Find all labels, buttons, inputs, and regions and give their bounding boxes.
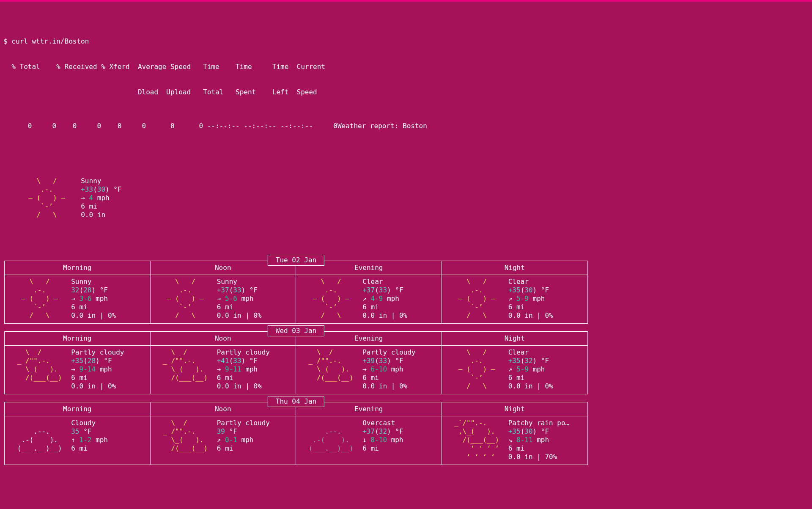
forecast-info: Partly cloudy 39 °F ↗ 0-1 mph 6 mi bbox=[217, 419, 270, 461]
sun-icon: \ / .-. ― ( ) ― `-’ / \ bbox=[450, 278, 503, 320]
rain-icon: _`/"".-. ,\_( ). /(___(__) ‘ ‘ ‘ ‘ ‘ ‘ ‘… bbox=[450, 419, 503, 461]
current-condition: Sunny bbox=[81, 177, 101, 185]
report-title: Weather report: Boston bbox=[337, 122, 427, 130]
forecast-cell: \ / .-. ― ( ) ― `-’ / \ Sunny +37(33) °F… bbox=[151, 275, 296, 323]
period-body-row: \ / .-. ― ( ) ― `-’ / \ Sunny 32(28) °F … bbox=[4, 275, 588, 324]
period-header: Morning bbox=[5, 261, 151, 275]
command-line: $ curl wttr.in/Boston bbox=[3, 37, 809, 46]
forecast-cell: \ / .-. ― ( ) ― `-’ / \ Clear +37(33) °F… bbox=[296, 275, 442, 323]
cloud-icon: .--. .-( ). (___.__)__) bbox=[13, 419, 66, 461]
day-box: Tue 02 JanMorningNoonEveningNight \ / .-… bbox=[4, 261, 588, 324]
forecast-info: Overcast +37(32) °F ↓ 8-10 mph 6 mi bbox=[362, 419, 403, 461]
forecast-cell: \ / _ /"".-. \_( ). /(___(__) Partly clo… bbox=[151, 416, 296, 465]
wind-unit: mph bbox=[97, 194, 110, 202]
period-body-row: \ / _ /"".-. \_( ). /(___(__) Partly clo… bbox=[4, 346, 588, 394]
forecast-info: Clear +35(32) °F ↗ 5-9 mph 6 mi 0.0 in |… bbox=[508, 348, 553, 391]
period-header: Night bbox=[442, 332, 588, 345]
period-header: Night bbox=[442, 402, 588, 416]
current-temp: +33 bbox=[81, 185, 93, 193]
curl-final-line: 100 8800 100 8800 0 0 32655 0 --:--:-- -… bbox=[3, 499, 809, 509]
forecast-cell: \ / .-. ― ( ) ― `-’ / \ Sunny 32(28) °F … bbox=[5, 275, 151, 323]
curl-header-2: Dload Upload Total Spent Left Speed bbox=[3, 88, 809, 96]
forecast-cell: .--. .-( ). (___.__)__) Cloudy 35 °F ↑ 1… bbox=[5, 416, 151, 465]
forecast-info: Patchy rain po… +35(30) °F ↘ 8-11 mph 6 … bbox=[508, 419, 570, 461]
sun-icon: \ / .-. ― ( ) ― `-’ / \ bbox=[450, 348, 503, 391]
forecast-info: Partly cloudy +41(33) °F → 9-11 mph 6 mi… bbox=[217, 348, 270, 391]
curl-progress-line: 0 0 0 0 0 0 0 0 --:--:-- --:--:-- --:--:… bbox=[3, 113, 809, 139]
current-feels: 30 bbox=[97, 185, 105, 193]
period-header: Morning bbox=[5, 332, 151, 345]
current-conditions: \ / .-. ― ( ) ― `-’ / \ Sunny +33(30) °F… bbox=[3, 173, 809, 219]
forecast-cell: \ / _ /"".-. \_( ). /(___(__) Partly clo… bbox=[5, 346, 151, 394]
period-body-row: .--. .-( ). (___.__)__) Cloudy 35 °F ↑ 1… bbox=[4, 416, 588, 465]
forecast-cell: \ / _ /"".-. \_( ). /(___(__) Partly clo… bbox=[296, 346, 442, 394]
current-precip: 0.0 in bbox=[81, 211, 105, 219]
sun-icon: \ / .-. ― ( ) ― `-’ / \ bbox=[13, 278, 66, 320]
forecast-info: Cloudy 35 °F ↑ 1-2 mph 6 mi bbox=[71, 419, 108, 461]
forecast-container: Tue 02 JanMorningNoonEveningNight \ / .-… bbox=[3, 261, 809, 465]
current-visibility: 6 mi bbox=[81, 202, 97, 210]
terminal[interactable]: $ curl wttr.in/Boston % Total % Received… bbox=[0, 2, 812, 509]
date-tab: Tue 02 Jan bbox=[268, 255, 324, 266]
period-header: Night bbox=[442, 261, 588, 275]
forecast-info: Sunny 32(28) °F → 3-6 mph 6 mi 0.0 in | … bbox=[71, 278, 116, 320]
forecast-cell: _`/"".-. ,\_( ). /(___(__) ‘ ‘ ‘ ‘ ‘ ‘ ‘… bbox=[442, 416, 588, 465]
partly-icon: \ / _ /"".-. \_( ). /(___(__) bbox=[159, 348, 212, 391]
forecast-cell: \ / .-. ― ( ) ― `-’ / \ Clear +35(30) °F… bbox=[442, 275, 588, 323]
day-box: Wed 03 JanMorningNoonEveningNight \ / _ … bbox=[4, 331, 588, 394]
partly-icon: \ / _ /"".-. \_( ). /(___(__) bbox=[13, 348, 66, 391]
forecast-info: Sunny +37(33) °F → 5-6 mph 6 mi 0.0 in |… bbox=[217, 278, 262, 320]
sun-icon: \ / .-. ― ( ) ― `-’ / \ bbox=[159, 278, 212, 320]
forecast-info: Clear +37(33) °F ↗ 4-9 mph 6 mi 0.0 in |… bbox=[362, 278, 407, 320]
partly-icon: \ / _ /"".-. \_( ). /(___(__) bbox=[159, 419, 212, 461]
overcast-icon: .--. .-( ). (___.__)__) bbox=[304, 419, 357, 461]
temp-unit: °F bbox=[113, 185, 121, 193]
sun-icon: \ / .-. ― ( ) ― `-’ / \ bbox=[20, 177, 73, 219]
date-tab: Thu 04 Jan bbox=[268, 396, 324, 407]
curl-header-1: % Total % Received % Xferd Average Speed… bbox=[3, 63, 809, 71]
forecast-info: Partly cloudy +35(28) °F → 9-14 mph 6 mi… bbox=[71, 348, 124, 391]
current-wind: 4 bbox=[89, 194, 93, 202]
current-info: Sunny +33(30) °F → 4 mph 6 mi 0.0 in bbox=[81, 177, 121, 219]
partly-icon: \ / _ /"".-. \_( ). /(___(__) bbox=[304, 348, 357, 391]
day-box: Thu 04 JanMorningNoonEveningNight .--. .… bbox=[4, 402, 588, 465]
forecast-cell: \ / .-. ― ( ) ― `-’ / \ Clear +35(32) °F… bbox=[442, 346, 588, 394]
wind-arrow-icon: → bbox=[81, 194, 85, 202]
curl-progress-0: 0 0 0 0 0 0 0 0 --:--:-- --:--:-- --:--:… bbox=[20, 122, 337, 130]
sun-icon: \ / .-. ― ( ) ― `-’ / \ bbox=[304, 278, 357, 320]
forecast-info: Partly cloudy +39(33) °F → 6-10 mph 6 mi… bbox=[362, 348, 415, 391]
period-header: Morning bbox=[5, 402, 151, 416]
forecast-cell: .--. .-( ). (___.__)__) Overcast +37(32)… bbox=[296, 416, 442, 465]
forecast-info: Clear +35(30) °F ↗ 5-9 mph 6 mi 0.0 in |… bbox=[508, 278, 553, 320]
date-tab: Wed 03 Jan bbox=[268, 325, 324, 336]
forecast-cell: \ / _ /"".-. \_( ). /(___(__) Partly clo… bbox=[151, 346, 296, 394]
